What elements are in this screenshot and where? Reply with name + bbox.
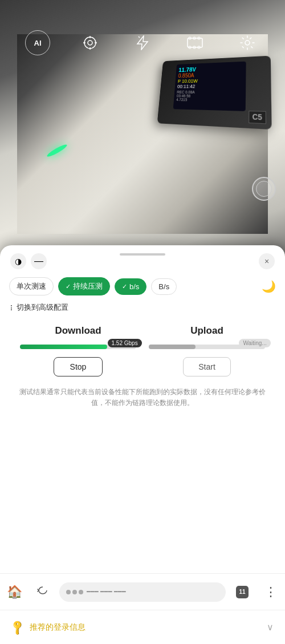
brightness-icon[interactable]: ◑ [10,253,26,269]
speed-test-section: Download 1.52 Gbps Stop Upload Waiting..… [0,318,285,376]
camera-shutter-button[interactable] [252,177,276,201]
download-progress-fill [20,345,107,349]
upload-section: Upload Waiting... Start [142,325,271,376]
home-icon: 🏠 [7,585,22,600]
usb-extra: REC 0.08A03:46:584.7215 [176,90,243,103]
advanced-config-row[interactable]: ⫶ 切换到高级配置 [0,299,285,318]
tabs-button[interactable]: 11 [228,578,256,606]
back-button[interactable] [28,578,57,606]
url-dots [66,590,83,594]
usb-display: 11.78V 0.850A P 10.01W 00:11:42 REC 0.08… [173,62,246,111]
ai-icon[interactable]: AI [25,30,50,55]
film-icon[interactable] [182,30,207,55]
download-progress-bar: 1.52 Gbps [20,345,136,349]
flash-icon[interactable] [130,30,155,55]
bits-per-sec-button[interactable]: ✓ b/s [115,278,146,295]
green-indicator-light [46,143,68,159]
moon-icon: 🌙 [262,280,276,293]
usb-model-badge: C5 [249,111,266,124]
sheet-left-icons: ◑ — [10,253,47,269]
back-icon [37,585,48,600]
upload-title: Upload [190,325,223,337]
more-icon: ⋮ [264,585,277,600]
home-button[interactable]: 🏠 [0,578,28,606]
password-suggestion-bar[interactable]: 🔑 推荐的登录信息 ∨ [0,610,285,644]
check-icon: ✓ [66,283,71,290]
effect-icon[interactable] [78,30,103,55]
start-button-row: Start [142,357,271,376]
sliders-icon: ⫶ [9,303,13,312]
test-options-row: 单次测速 ✓ 持续压测 ✓ b/s B/s 🌙 [0,274,285,299]
sheet-drag-handle[interactable] [120,253,165,256]
tabs-count-badge: 11 [236,586,249,598]
stop-button[interactable]: Stop [54,357,103,376]
settings-icon[interactable] [235,30,260,55]
camera-topbar: AI [0,0,285,68]
download-section: Download 1.52 Gbps Stop [14,325,142,376]
start-button[interactable]: Start [183,357,231,376]
sheet-header: ◑ — × [0,245,285,274]
continuous-test-button[interactable]: ✓ 持续压测 [58,277,110,295]
chevron-down-icon: ∨ [267,622,274,633]
key-icon: 🔑 [9,618,26,636]
minimize-icon[interactable]: — [31,253,47,269]
camera-shutter-inner [256,181,272,197]
url-bar[interactable]: ━━━ ━━━ ━━━ [59,582,226,602]
svg-line-6 [139,37,140,38]
download-title: Download [55,325,101,337]
upload-progress-fill [149,345,195,349]
single-test-button[interactable]: 单次测速 [9,277,54,295]
stop-button-row: Stop [14,357,142,376]
bytes-per-sec-button[interactable]: B/s [151,278,177,295]
check-icon-bits: ✓ [122,283,127,290]
url-text: ━━━ ━━━ ━━━ [87,588,219,596]
svg-point-14 [245,40,250,45]
usb-time: 00:11:42 [177,83,243,90]
login-suggestion-text: 推荐的登录信息 [30,622,267,633]
download-speed-badge: 1.52 Gbps [108,339,142,347]
browser-navbar: 🏠 ━━━ ━━━ ━━━ 11 ⋮ [0,573,285,610]
upload-progress-bar: Waiting... [149,345,264,349]
svg-point-0 [84,37,96,48]
upload-waiting-badge: Waiting... [239,339,270,347]
disclaimer-text: 测试结果通常只能代表当前设备性能下所能跑到的实际数据，没有任何理论参考价值，不能… [0,376,285,414]
close-button[interactable]: × [259,253,275,269]
more-button[interactable]: ⋮ [256,578,285,606]
advanced-config-label: 切换到高级配置 [17,302,68,313]
svg-point-1 [88,40,92,45]
